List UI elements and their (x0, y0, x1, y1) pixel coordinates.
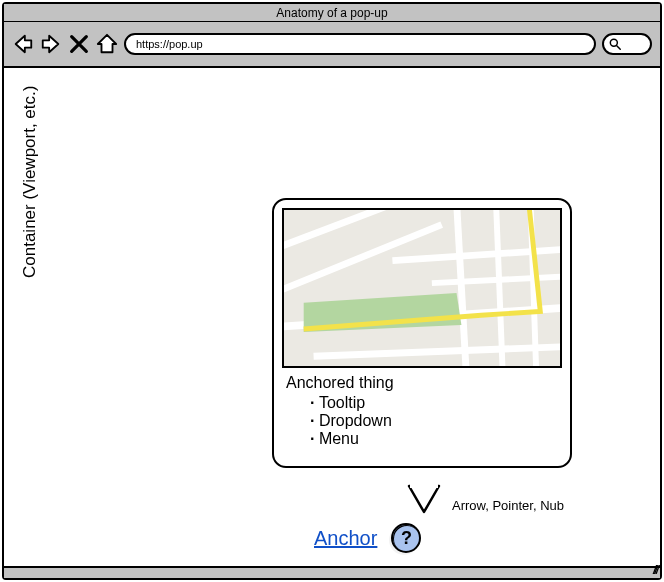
viewport: Container (Viewport, etc.) (4, 68, 660, 566)
resize-grip-icon[interactable]: /// (653, 563, 657, 577)
svg-marker-13 (409, 486, 439, 512)
browser-window: Anatomy of a pop-up https://pop.up Conta… (2, 2, 662, 580)
list-item: Menu (310, 430, 558, 448)
anchor-row: Anchor ? (314, 523, 421, 553)
stop-icon[interactable] (68, 33, 90, 55)
status-bar: /// (4, 566, 660, 578)
search-button[interactable] (602, 33, 652, 55)
list-item: Dropdown (310, 412, 558, 430)
browser-toolbar: https://pop.up (4, 22, 660, 68)
svg-rect-14 (410, 482, 438, 488)
popup-list: Tooltip Dropdown Menu (286, 394, 558, 448)
popup-panel: Anchored thing Tooltip Dropdown Menu (272, 198, 572, 468)
window-title: Anatomy of a pop-up (4, 4, 660, 22)
home-icon[interactable] (96, 33, 118, 55)
anchor-link[interactable]: Anchor (314, 527, 377, 550)
arrow-label: Arrow, Pointer, Nub (452, 498, 564, 513)
help-icon[interactable]: ? (391, 523, 421, 553)
url-input[interactable]: https://pop.up (124, 33, 596, 55)
forward-icon[interactable] (40, 33, 62, 55)
popup-heading: Anchored thing (286, 374, 558, 392)
back-icon[interactable] (12, 33, 34, 55)
list-item: Tooltip (310, 394, 558, 412)
svg-line-1 (617, 46, 621, 50)
popup-arrow-icon (409, 486, 439, 516)
container-label: Container (Viewport, etc.) (20, 86, 40, 278)
map-illustration (282, 208, 562, 368)
